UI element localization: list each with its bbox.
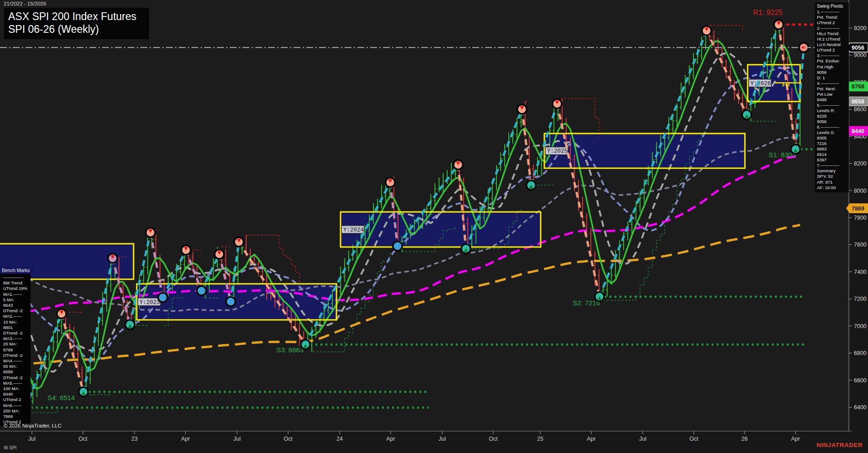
- ninjatrader-logo: NINJATRADER: [816, 442, 863, 448]
- panel-line: BM Trend:: [3, 280, 30, 286]
- panel-line: D: 1: [817, 75, 849, 81]
- price-badge-value: 7869: [852, 206, 864, 212]
- panel-line: 8643: [3, 303, 30, 308]
- panel-line: Levels R:: [817, 108, 849, 113]
- price-tick-label: 8200: [854, 160, 867, 167]
- swing-low-marker[interactable]: [460, 243, 471, 254]
- swing-high-marker[interactable]: [701, 25, 712, 36]
- swing-low-marker[interactable]: [157, 292, 168, 303]
- swing-high-marker[interactable]: [385, 177, 396, 188]
- panel-line: MA2.------: [3, 314, 30, 319]
- swing-high-marker[interactable]: [107, 253, 118, 264]
- panel-line: DTrend -2: [3, 353, 30, 358]
- price-chart-surface[interactable]: Y:2023Y:2024Y:2025Y:2026S1: 8305S2: 7216…: [0, 0, 868, 453]
- price-badge-value: 8658: [852, 98, 864, 105]
- swing-low-marker[interactable]: [526, 180, 537, 190]
- price-tick-label: 8600: [854, 106, 867, 113]
- panel-line: Pvt. Next:: [817, 86, 849, 92]
- time-tick-label: Oct: [689, 436, 698, 442]
- panel-line: 8488: [817, 97, 849, 103]
- panel-line: 6514: [817, 152, 849, 157]
- swing-low-marker[interactable]: [790, 144, 801, 154]
- panel-line: 9225: [817, 113, 849, 119]
- swing-low-marker[interactable]: [124, 319, 135, 330]
- panel-line: 55 MA:: [3, 364, 30, 369]
- price-tick-label: 7200: [854, 296, 867, 302]
- time-tick-label: Jul: [639, 436, 646, 442]
- panel-line: UTrend 2: [3, 397, 30, 402]
- swing-low-marker[interactable]: [300, 339, 311, 350]
- swing-low-marker[interactable]: [594, 291, 605, 302]
- fd-label: FD: [782, 82, 790, 88]
- price-badge-value: 8768: [852, 83, 864, 90]
- price-tick-label: 6800: [854, 350, 867, 356]
- ninjatrader-chart-window: Y:2023Y:2024Y:2025Y:2026S1: 8305S2: 7216…: [0, 0, 868, 453]
- time-tick-label: 24: [336, 436, 343, 442]
- panel-line: DTrend -2: [3, 375, 30, 381]
- price-tick-label: 7400: [854, 269, 867, 275]
- time-tick-label: 25: [537, 436, 543, 442]
- panel-line: DTrend -2: [3, 330, 30, 336]
- swing-high-marker[interactable]: [552, 98, 563, 109]
- time-tick-label: Oct: [284, 436, 293, 442]
- panel-line: Pvt High: [817, 64, 849, 70]
- time-tick-label: 26: [741, 436, 748, 442]
- price-tick-label: 6400: [854, 404, 867, 411]
- panel-line: 5 MA:: [3, 297, 30, 303]
- panel-line: 8768: [3, 347, 30, 353]
- panel-line: 4.-------------: [817, 81, 849, 86]
- panel-line: MA3.------: [3, 336, 30, 341]
- instrument-title: ASX SPI 200 Index Futures: [8, 10, 145, 23]
- swing-high-marker[interactable]: [233, 237, 244, 247]
- panel-line: 3.-------------: [817, 53, 849, 58]
- panel-line: 8440: [3, 391, 30, 397]
- swing-high-marker[interactable]: [773, 19, 784, 30]
- panel-line: Pvt Low: [817, 92, 849, 97]
- swing-low-marker[interactable]: [741, 109, 752, 120]
- price-badge-value: 8440: [852, 128, 864, 134]
- swing-pivots-panel: Swing Pivots 1.-------------Pvt. Trend:U…: [815, 2, 849, 192]
- swing-low-marker[interactable]: [78, 386, 89, 397]
- swing-low-marker[interactable]: [392, 241, 403, 252]
- visible-date-range: 21/2022 - 15/2026: [4, 1, 46, 6]
- price-axis-strip[interactable]: [849, 0, 868, 453]
- panel-line: HiLo Trend:: [817, 31, 849, 36]
- year-label: Y:2026: [750, 81, 771, 87]
- time-tick-label: Apr: [181, 436, 190, 442]
- time-tick-label: Jul: [439, 436, 446, 442]
- swing-pivots-title: Swing Pivots: [817, 4, 849, 9]
- panel-line: MA6.------: [3, 403, 30, 408]
- instrument-tab-label[interactable]: W SPI: [4, 445, 16, 450]
- panel-line: Lo:0 Neutral: [817, 42, 849, 47]
- contract-subtitle: SPI 06-26 (Weekly): [8, 23, 145, 36]
- panel-line: MA1.------: [3, 292, 30, 297]
- time-tick-label: Apr: [386, 436, 395, 442]
- panel-line: 7869: [3, 414, 30, 419]
- panel-line: 2.-------------: [817, 26, 849, 31]
- panel-line: 9056: [817, 70, 849, 75]
- time-axis-strip[interactable]: [0, 431, 868, 453]
- swing-high-marker[interactable]: [214, 249, 225, 260]
- swing-high-marker[interactable]: [517, 104, 527, 115]
- year-label: Y:2023: [140, 299, 160, 306]
- panel-line: 1.-------------: [817, 9, 849, 15]
- price-tick-label: 7800: [854, 215, 867, 221]
- panel-line: 100 MA:: [3, 386, 30, 391]
- price-tick-label: 9000: [854, 52, 867, 58]
- panel-line: Hi:2 UTrend: [817, 36, 849, 42]
- swing-high-marker[interactable]: [56, 309, 67, 319]
- support-level-label: S3: 6863: [276, 346, 304, 354]
- swing-high-marker[interactable]: [181, 245, 191, 256]
- swing-low-marker[interactable]: [196, 285, 207, 296]
- panel-line: Pvt. Trend:: [817, 15, 849, 20]
- panel-line: UTrend 2: [817, 47, 849, 53]
- panel-line: 7216: [817, 141, 849, 146]
- panel-line: AF: 10.00: [817, 185, 849, 190]
- swing-high-marker[interactable]: [453, 160, 464, 170]
- panel-line: Pvt. Evolve:: [817, 58, 849, 64]
- price-tick-label: 9200: [854, 25, 867, 31]
- swing-low-marker[interactable]: [225, 296, 236, 307]
- swing-high-marker[interactable]: [145, 227, 156, 238]
- panel-line: 9056: [817, 119, 849, 124]
- year-label: Y:2024: [343, 227, 364, 233]
